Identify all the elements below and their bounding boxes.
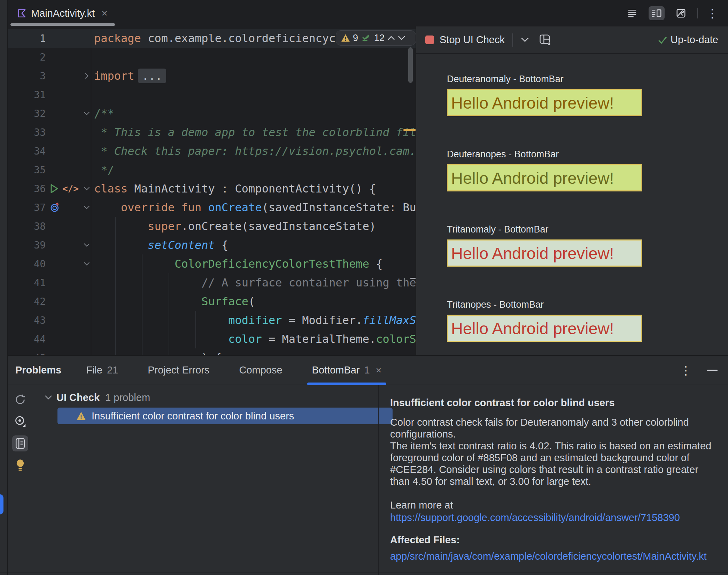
kotlin-file-icon [17, 9, 26, 18]
code-token: { [369, 257, 383, 270]
code-line[interactable]: 3import... [7, 66, 416, 85]
preview-render[interactable]: Hello Android preview! [447, 315, 642, 342]
override-method-icon[interactable] [50, 202, 60, 213]
code-text: class MainActivity : ComponentActivity()… [91, 179, 416, 198]
code-token [94, 351, 201, 355]
code-text: /** [91, 104, 416, 123]
refresh-icon[interactable] [12, 392, 28, 408]
tab-close-icon[interactable]: × [101, 7, 108, 19]
line-number: 33 [7, 127, 46, 138]
code-token: MainActivity : ComponentActivity() { [127, 182, 376, 195]
code-line[interactable]: 40 ColorDeficiencyColorTestTheme { [7, 254, 416, 273]
code-token [94, 201, 121, 214]
fold-expanded-icon[interactable] [84, 262, 90, 266]
fold-expanded-icon[interactable] [84, 187, 90, 191]
code-line[interactable]: 44 color = MaterialTheme.colorScheme.bac… [7, 330, 416, 348]
problems-more-menu-icon[interactable]: ⋮ [680, 364, 692, 376]
learn-more-link[interactable]: https://support.google.com/accessibility… [390, 511, 719, 524]
toolbar-separator [512, 33, 513, 47]
preview-render[interactable]: Hello Android preview! [447, 164, 642, 191]
design-view-icon[interactable] [673, 6, 689, 20]
show-details-pane-icon[interactable] [12, 435, 28, 451]
code-token: (savedInstanceState: Bundle?) { [262, 201, 416, 214]
editor-scrollbar[interactable] [408, 47, 413, 83]
code-line[interactable]: 36</>class MainActivity : ComponentActiv… [7, 179, 416, 198]
code-line[interactable]: 41 // A surface container using the [7, 273, 416, 292]
stop-ui-check-button[interactable]: Stop UI Check [440, 34, 505, 46]
view-options-icon[interactable] [12, 413, 28, 430]
code-line[interactable]: 42 Surface( [7, 292, 416, 311]
tab-close-icon[interactable]: × [376, 365, 381, 376]
inspections-widget[interactable]: 9 12 [336, 30, 416, 46]
preview-render[interactable]: Hello Android preview! [447, 89, 642, 116]
code-line[interactable]: 34 * Check this paper: https://vision.ps… [7, 142, 416, 160]
line-number: 31 [7, 89, 46, 101]
fold-expanded-icon[interactable] [84, 111, 90, 116]
tab-project-errors[interactable]: Project Errors [143, 356, 214, 385]
minimize-icon[interactable] [707, 369, 718, 371]
code-token: /** [94, 107, 114, 120]
preview-group: Tritanopes - BottomBarHello Android prev… [447, 299, 728, 342]
tab-label: BottomBar [312, 364, 360, 376]
code-token: ... [138, 69, 166, 83]
code-line[interactable]: 33 * This is a demo app to test the colo… [7, 123, 416, 142]
code-token: * This is a demo app to test the colorbl… [94, 126, 416, 139]
android-studio-window: MainActivity.kt × ⋮ 1package com.example… [0, 0, 728, 575]
code-line[interactable]: 43 modifier = Modifier.fillMaxSize() [7, 311, 416, 330]
code-token: fillMaxSize [363, 314, 416, 327]
editor-view-mode-actions: ⋮ [624, 6, 728, 20]
passed-count: 12 [374, 33, 385, 44]
status-text: Up-to-date [671, 34, 718, 46]
tab-label: Compose [239, 364, 282, 376]
editor-more-menu-icon[interactable]: ⋮ [706, 7, 718, 19]
fold-collapsed-icon[interactable] [85, 73, 89, 79]
code-text [91, 48, 416, 66]
tab-mainactivity[interactable]: MainActivity.kt × [7, 0, 113, 26]
lightbulb-icon[interactable] [12, 457, 28, 473]
code-line[interactable]: 32/** [7, 104, 416, 123]
code-text: import... [91, 66, 416, 85]
code-line[interactable]: 37 override fun onCreate(savedInstanceSt… [7, 198, 416, 217]
run-icon[interactable] [50, 184, 59, 194]
fold-expanded-icon[interactable] [84, 205, 90, 210]
code-text: override fun onCreate(savedInstanceState… [91, 198, 416, 217]
code-token: */ [94, 163, 114, 176]
active-toolwindow-indicator[interactable] [0, 494, 3, 514]
tab-bottombar[interactable]: BottomBar1× [307, 356, 387, 385]
fold-column [83, 243, 91, 247]
code-line[interactable]: 2 [7, 48, 416, 66]
code-editor[interactable]: 1package com.example.colordeficiencycolo… [7, 26, 416, 355]
code-text: * Check this paper: https://vision.psych… [91, 142, 416, 160]
tab-label: Project Errors [148, 364, 209, 376]
problem-text: Insufficient color contrast for color bl… [92, 410, 294, 422]
stop-icon[interactable] [425, 36, 434, 44]
preview-render[interactable]: Hello Android preview! [447, 239, 642, 267]
tab-compose[interactable]: Compose [234, 356, 287, 385]
left-tool-stripe [0, 0, 8, 575]
code-token: color [228, 332, 262, 346]
code-line[interactable]: 45 ) { [7, 348, 416, 355]
code-token: modifier [228, 314, 282, 327]
code-token [94, 295, 201, 308]
layout-mode-icon[interactable] [539, 34, 551, 46]
code-line[interactable]: 38 super.onCreate(savedInstanceState) [7, 217, 416, 236]
preview-label: Tritanomaly - BottomBar [447, 224, 728, 235]
affected-file-link[interactable]: app/src/main/java/com/example/colordefic… [390, 551, 719, 562]
code-token: * Check this paper: https://vision.psych… [94, 144, 416, 158]
sync-status: Up-to-date [658, 34, 718, 46]
warning-icon [341, 34, 350, 42]
problem-row-selected[interactable]: Insufficient color contrast for color bl… [57, 408, 393, 424]
code-line[interactable]: 35 */ [7, 160, 416, 179]
editor-only-view-icon[interactable] [624, 6, 640, 20]
preview-markup-icon[interactable]: </> [62, 183, 79, 194]
chevron-down-icon[interactable] [521, 37, 529, 42]
tab-file[interactable]: File21 [81, 356, 123, 385]
code-line[interactable]: 39 setContent { [7, 236, 416, 254]
code-text: Surface( [91, 292, 416, 311]
fold-expanded-icon[interactable] [84, 243, 90, 247]
code-line[interactable]: 31 [7, 85, 416, 104]
split-view-icon[interactable] [649, 6, 665, 20]
ui-check-group-row[interactable]: UI Check 1 problem [33, 389, 378, 405]
learn-more-label: Learn more at [390, 499, 719, 511]
tool-window-title[interactable]: Problems [15, 364, 61, 376]
